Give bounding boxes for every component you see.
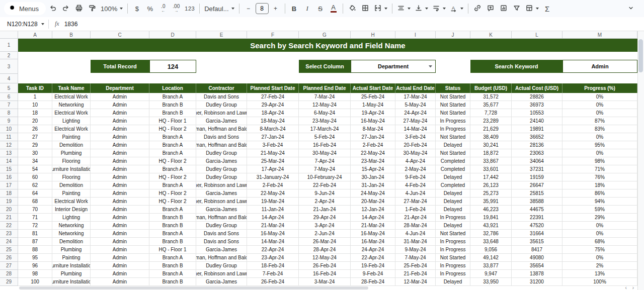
cell-B16[interactable]: Flooring — [52, 173, 91, 181]
cell-E10[interactable]: uzman, Hoffman and Baldwi — [196, 125, 247, 133]
cell-J29[interactable]: Delayed — [436, 278, 470, 286]
format-currency-button[interactable]: $ — [131, 2, 143, 15]
cell-D23[interactable]: Branch A — [149, 230, 196, 238]
cell-C21[interactable]: Admin — [91, 214, 149, 222]
cell-F23[interactable]: 16-May-24 — [247, 230, 299, 238]
increase-font-size-button[interactable]: + — [270, 2, 282, 15]
cell-M6[interactable]: 0% — [562, 93, 637, 101]
row-header-25[interactable]: 25 — [0, 246, 18, 254]
cell-F19[interactable]: 19-Mar-24 — [247, 198, 299, 206]
cell-I17[interactable]: 4-Feb-24 — [395, 181, 436, 189]
cell-H24[interactable]: 16-Mar-24 — [351, 238, 395, 246]
cell-H17[interactable]: 31-Jan-24 — [351, 181, 395, 189]
cell-E7[interactable]: Dudley Group — [196, 101, 247, 109]
cell-G26[interactable]: 12-May-24 — [299, 254, 351, 262]
cell-G18[interactable]: 9-Jun-24 — [299, 189, 351, 198]
cell-C16[interactable]: Admin — [91, 173, 149, 181]
cell-E26[interactable]: uzman, Hoffman and Baldwi — [196, 254, 247, 262]
cell-E13[interactable]: Dudley Group — [196, 149, 247, 157]
cell-C24[interactable]: Admin — [91, 238, 149, 246]
cell-D29[interactable]: Branch B — [149, 278, 196, 286]
row-header-5[interactable]: 5 — [0, 83, 18, 93]
cell-D10[interactable]: HQ - Floor 2 — [149, 125, 196, 133]
cell-F12[interactable]: 3-Feb-24 — [247, 141, 299, 149]
cell-K14[interactable]: 33,867 — [470, 157, 512, 165]
text-wrap-button[interactable] — [431, 2, 447, 15]
cell-E16[interactable]: Dudley Group — [196, 173, 247, 181]
column-header-f[interactable]: F — [247, 31, 299, 39]
cell-C10[interactable]: Admin — [91, 125, 149, 133]
cell-C17[interactable]: Admin — [91, 181, 149, 189]
cell-A8[interactable]: 18 — [18, 109, 52, 117]
cell-G28[interactable]: 16-Feb-24 — [299, 270, 351, 278]
row-header-17[interactable]: 17 — [0, 181, 18, 189]
cell-G20[interactable]: 21-Jan-24 — [299, 206, 351, 214]
number-format-button[interactable]: 123 — [183, 2, 196, 15]
cell-A27[interactable]: 96 — [18, 262, 52, 270]
cell-C27[interactable]: Admin — [91, 262, 149, 270]
cell-J8[interactable]: Not Started — [436, 109, 470, 117]
column-header-i[interactable]: I — [395, 31, 436, 39]
cell-J11[interactable]: Not Started — [436, 133, 470, 141]
search-banner[interactable]: Search by Search Keyword and Field Name — [18, 39, 637, 52]
cell-M16[interactable]: 76% — [562, 173, 637, 181]
zoom-select[interactable]: 100% — [99, 2, 124, 15]
cell-D15[interactable]: Branch A — [149, 165, 196, 173]
merge-cells-button[interactable] — [372, 2, 389, 15]
cell-H20[interactable]: 12-Jan-24 — [351, 206, 395, 214]
row-header-18[interactable]: 18 — [0, 189, 18, 198]
cell-I22[interactable]: 28-Mar-24 — [395, 222, 436, 230]
cell-C15[interactable]: Admin — [91, 165, 149, 173]
cell-J24[interactable]: In Progress — [436, 238, 470, 246]
cell-G27[interactable]: 26-Feb-24 — [299, 262, 351, 270]
column-header-a[interactable]: A — [18, 31, 52, 39]
row-header-14[interactable]: 14 — [0, 157, 18, 165]
cell-C25[interactable]: Admin — [91, 246, 149, 254]
cell-I24[interactable]: 31-Mar-24 — [395, 238, 436, 246]
cell-G16[interactable]: 10-February-24 — [299, 173, 351, 181]
cell-J10[interactable]: In Progress — [436, 125, 470, 133]
cell-K11[interactable]: 38,409 — [470, 133, 512, 141]
cell-G23[interactable]: 2-Jun-24 — [299, 230, 351, 238]
column-header-j[interactable]: J — [436, 31, 470, 39]
cell-C11[interactable]: Admin — [91, 133, 149, 141]
cell-J23[interactable]: Not Started — [436, 230, 470, 238]
cell-D20[interactable]: Branch A — [149, 206, 196, 214]
cell-D13[interactable]: Branch A — [149, 149, 196, 157]
cell-L12[interactable]: 28136 — [512, 141, 562, 149]
cell-M19[interactable]: 94% — [562, 198, 637, 206]
cell-M18[interactable]: 86% — [562, 189, 637, 198]
cell-A18[interactable]: 64 — [18, 189, 52, 198]
cell-I6[interactable]: 17-Mar-24 — [395, 93, 436, 101]
cell-E21[interactable]: uzman, Hoffman and Baldwi — [196, 214, 247, 222]
cell-C23[interactable]: Admin — [91, 230, 149, 238]
row-header-7[interactable]: 7 — [0, 101, 18, 109]
horizontal-scroll-arrows[interactable]: ‹ › — [625, 285, 636, 290]
cell-I27[interactable]: 25-Feb-24 — [395, 262, 436, 270]
cell-F20[interactable]: 11-Jan-24 — [247, 206, 299, 214]
cell-H10[interactable]: 8-Mar-24 — [351, 125, 395, 133]
cell-B28[interactable]: Plumbing — [52, 270, 91, 278]
cell-B8[interactable]: Electrical Work — [52, 109, 91, 117]
cell-K16[interactable]: 17,442 — [470, 173, 512, 181]
cell-E24[interactable]: Davis and Sons — [196, 238, 247, 246]
cell-G17[interactable]: 22-Feb-24 — [299, 181, 351, 189]
borders-button[interactable] — [359, 2, 371, 15]
cell-C20[interactable]: Admin — [91, 206, 149, 214]
vertical-align-button[interactable] — [413, 2, 430, 15]
row-header-29[interactable]: 29 — [0, 278, 18, 286]
cell-I9[interactable]: 27-May-24 — [395, 117, 436, 125]
cell-L23[interactable]: 31664 — [512, 230, 562, 238]
strikethrough-button[interactable]: S — [314, 2, 327, 15]
cell-G29[interactable]: 3-Mar-24 — [299, 278, 351, 286]
cell-H16[interactable]: 30-Jan-24 — [351, 173, 395, 181]
cell-H14[interactable]: 23-Mar-24 — [351, 157, 395, 165]
cell-F22[interactable]: 21-Mar-24 — [247, 222, 299, 230]
cell-B10[interactable]: Electrical Work — [52, 125, 91, 133]
cell-E17[interactable]: rdner, Robinson and Lawren — [196, 181, 247, 189]
cell-D14[interactable]: HQ - Floor 2 — [149, 157, 196, 165]
cell-H12[interactable]: 2-Feb-24 — [351, 141, 395, 149]
table-views-button[interactable] — [524, 2, 540, 15]
row-header-8[interactable]: 8 — [0, 109, 18, 117]
cell-A10[interactable]: 26 — [18, 125, 52, 133]
